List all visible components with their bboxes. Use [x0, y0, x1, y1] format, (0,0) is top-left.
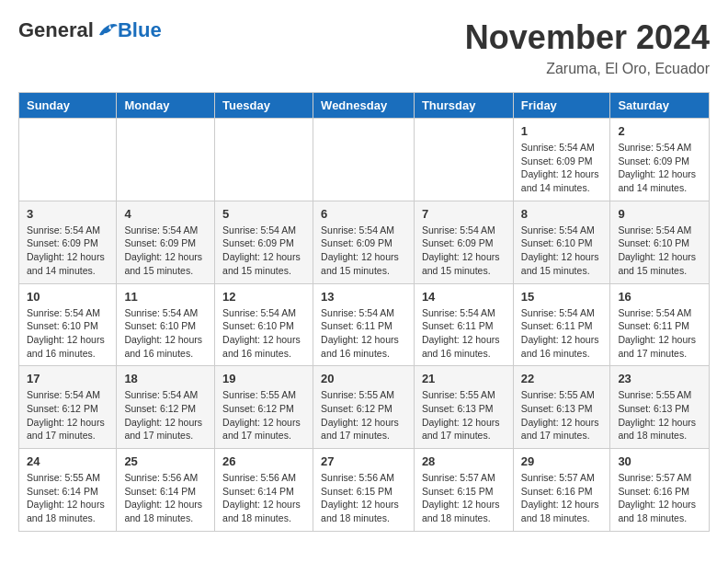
day-number: 20: [321, 372, 406, 385]
day-number: 8: [521, 207, 603, 221]
calendar-cell: 10Sunrise: 5:54 AM Sunset: 6:10 PM Dayli…: [19, 283, 117, 366]
calendar-cell: 23Sunrise: 5:55 AM Sunset: 6:13 PM Dayli…: [610, 366, 710, 449]
day-info: Sunrise: 5:54 AM Sunset: 6:09 PM Dayligh…: [618, 141, 701, 195]
calendar-cell: 24Sunrise: 5:55 AM Sunset: 6:14 PM Dayli…: [19, 449, 117, 532]
calendar-cell: 2Sunrise: 5:54 AM Sunset: 6:09 PM Daylig…: [610, 119, 710, 201]
day-number: 3: [27, 207, 108, 221]
day-number: 27: [321, 454, 406, 468]
calendar-cell: 12Sunrise: 5:54 AM Sunset: 6:10 PM Dayli…: [215, 283, 313, 366]
calendar-week-row: 10Sunrise: 5:54 AM Sunset: 6:10 PM Dayli…: [19, 283, 710, 366]
day-info: Sunrise: 5:56 AM Sunset: 6:14 PM Dayligh…: [222, 471, 305, 525]
day-number: 24: [27, 454, 108, 468]
calendar-cell: 8Sunrise: 5:54 AM Sunset: 6:10 PM Daylig…: [513, 201, 610, 283]
calendar-cell: 16Sunrise: 5:54 AM Sunset: 6:11 PM Dayli…: [610, 283, 710, 366]
day-info: Sunrise: 5:54 AM Sunset: 6:11 PM Dayligh…: [618, 306, 701, 361]
day-number: 13: [321, 290, 406, 304]
weekday-header-thursday: Thursday: [414, 93, 513, 119]
day-info: Sunrise: 5:54 AM Sunset: 6:10 PM Dayligh…: [27, 306, 108, 361]
day-info: Sunrise: 5:54 AM Sunset: 6:10 PM Dayligh…: [618, 224, 701, 278]
calendar-cell: 18Sunrise: 5:54 AM Sunset: 6:12 PM Dayli…: [117, 366, 215, 449]
day-number: 26: [222, 454, 305, 468]
weekday-header-friday: Friday: [513, 93, 610, 119]
day-number: 14: [422, 290, 506, 304]
calendar-cell: [117, 119, 215, 201]
calendar-week-row: 17Sunrise: 5:54 AM Sunset: 6:12 PM Dayli…: [19, 366, 710, 449]
day-number: 2: [618, 124, 701, 138]
day-info: Sunrise: 5:54 AM Sunset: 6:10 PM Dayligh…: [521, 224, 603, 278]
calendar-cell: 29Sunrise: 5:57 AM Sunset: 6:16 PM Dayli…: [513, 449, 610, 532]
calendar: SundayMondayTuesdayWednesdayThursdayFrid…: [18, 92, 710, 532]
day-info: Sunrise: 5:56 AM Sunset: 6:14 PM Dayligh…: [124, 471, 207, 525]
day-number: 23: [618, 372, 701, 385]
day-number: 6: [321, 207, 406, 221]
calendar-cell: 21Sunrise: 5:55 AM Sunset: 6:13 PM Dayli…: [414, 366, 513, 449]
calendar-cell: 1Sunrise: 5:54 AM Sunset: 6:09 PM Daylig…: [513, 119, 610, 201]
day-info: Sunrise: 5:54 AM Sunset: 6:10 PM Dayligh…: [124, 306, 207, 361]
weekday-header-tuesday: Tuesday: [215, 93, 313, 119]
calendar-cell: [215, 119, 313, 201]
weekday-header-row: SundayMondayTuesdayWednesdayThursdayFrid…: [19, 93, 710, 119]
day-info: Sunrise: 5:54 AM Sunset: 6:09 PM Dayligh…: [27, 224, 108, 278]
calendar-cell: 26Sunrise: 5:56 AM Sunset: 6:14 PM Dayli…: [215, 449, 313, 532]
day-info: Sunrise: 5:54 AM Sunset: 6:09 PM Dayligh…: [124, 224, 207, 278]
calendar-cell: 4Sunrise: 5:54 AM Sunset: 6:09 PM Daylig…: [117, 201, 215, 283]
logo: General Blue: [18, 18, 162, 42]
logo-blue-text: Blue: [118, 18, 162, 42]
calendar-cell: 28Sunrise: 5:57 AM Sunset: 6:15 PM Dayli…: [414, 449, 513, 532]
day-info: Sunrise: 5:54 AM Sunset: 6:09 PM Dayligh…: [321, 224, 406, 278]
day-number: 16: [618, 290, 701, 304]
day-info: Sunrise: 5:56 AM Sunset: 6:15 PM Dayligh…: [321, 471, 406, 525]
calendar-cell: 19Sunrise: 5:55 AM Sunset: 6:12 PM Dayli…: [215, 366, 313, 449]
calendar-cell: 30Sunrise: 5:57 AM Sunset: 6:16 PM Dayli…: [610, 449, 710, 532]
day-number: 7: [422, 207, 506, 221]
day-info: Sunrise: 5:54 AM Sunset: 6:10 PM Dayligh…: [222, 306, 305, 361]
day-number: 10: [27, 290, 108, 304]
calendar-cell: 25Sunrise: 5:56 AM Sunset: 6:14 PM Dayli…: [117, 449, 215, 532]
day-number: 9: [618, 207, 701, 221]
logo-bird-icon: [96, 19, 118, 41]
calendar-cell: 9Sunrise: 5:54 AM Sunset: 6:10 PM Daylig…: [610, 201, 710, 283]
day-info: Sunrise: 5:55 AM Sunset: 6:13 PM Dayligh…: [618, 388, 701, 442]
day-info: Sunrise: 5:57 AM Sunset: 6:15 PM Dayligh…: [422, 471, 506, 525]
day-info: Sunrise: 5:57 AM Sunset: 6:16 PM Dayligh…: [521, 471, 603, 525]
location: Zaruma, El Oro, Ecuador: [465, 61, 710, 77]
day-number: 21: [422, 372, 506, 385]
day-info: Sunrise: 5:54 AM Sunset: 6:09 PM Dayligh…: [521, 141, 603, 195]
day-number: 4: [124, 207, 207, 221]
logo-general-text: General: [18, 18, 94, 42]
day-info: Sunrise: 5:54 AM Sunset: 6:11 PM Dayligh…: [321, 306, 406, 361]
day-info: Sunrise: 5:55 AM Sunset: 6:12 PM Dayligh…: [222, 388, 305, 442]
month-title: November 2024: [465, 18, 710, 57]
calendar-cell: 15Sunrise: 5:54 AM Sunset: 6:11 PM Dayli…: [513, 283, 610, 366]
day-info: Sunrise: 5:54 AM Sunset: 6:11 PM Dayligh…: [521, 306, 603, 361]
calendar-cell: 22Sunrise: 5:55 AM Sunset: 6:13 PM Dayli…: [513, 366, 610, 449]
day-number: 5: [222, 207, 305, 221]
day-number: 29: [521, 454, 603, 468]
day-number: 17: [27, 372, 108, 385]
weekday-header-saturday: Saturday: [610, 93, 710, 119]
header: General Blue November 2024 Zaruma, El Or…: [18, 18, 710, 77]
weekday-header-monday: Monday: [117, 93, 215, 119]
calendar-cell: 6Sunrise: 5:54 AM Sunset: 6:09 PM Daylig…: [313, 201, 415, 283]
calendar-cell: 11Sunrise: 5:54 AM Sunset: 6:10 PM Dayli…: [117, 283, 215, 366]
day-info: Sunrise: 5:55 AM Sunset: 6:13 PM Dayligh…: [521, 388, 603, 442]
day-number: 19: [222, 372, 305, 385]
day-number: 28: [422, 454, 506, 468]
day-number: 12: [222, 290, 305, 304]
day-number: 1: [521, 124, 603, 138]
calendar-cell: 7Sunrise: 5:54 AM Sunset: 6:09 PM Daylig…: [414, 201, 513, 283]
calendar-cell: 14Sunrise: 5:54 AM Sunset: 6:11 PM Dayli…: [414, 283, 513, 366]
day-info: Sunrise: 5:55 AM Sunset: 6:12 PM Dayligh…: [321, 388, 406, 442]
day-info: Sunrise: 5:55 AM Sunset: 6:14 PM Dayligh…: [27, 471, 108, 525]
calendar-cell: 20Sunrise: 5:55 AM Sunset: 6:12 PM Dayli…: [313, 366, 415, 449]
calendar-week-row: 1Sunrise: 5:54 AM Sunset: 6:09 PM Daylig…: [19, 119, 710, 201]
calendar-cell: [414, 119, 513, 201]
calendar-cell: [313, 119, 415, 201]
day-info: Sunrise: 5:54 AM Sunset: 6:11 PM Dayligh…: [422, 306, 506, 361]
weekday-header-wednesday: Wednesday: [313, 93, 415, 119]
calendar-cell: 17Sunrise: 5:54 AM Sunset: 6:12 PM Dayli…: [19, 366, 117, 449]
calendar-week-row: 24Sunrise: 5:55 AM Sunset: 6:14 PM Dayli…: [19, 449, 710, 532]
day-info: Sunrise: 5:57 AM Sunset: 6:16 PM Dayligh…: [618, 471, 701, 525]
calendar-cell: 5Sunrise: 5:54 AM Sunset: 6:09 PM Daylig…: [215, 201, 313, 283]
day-number: 15: [521, 290, 603, 304]
